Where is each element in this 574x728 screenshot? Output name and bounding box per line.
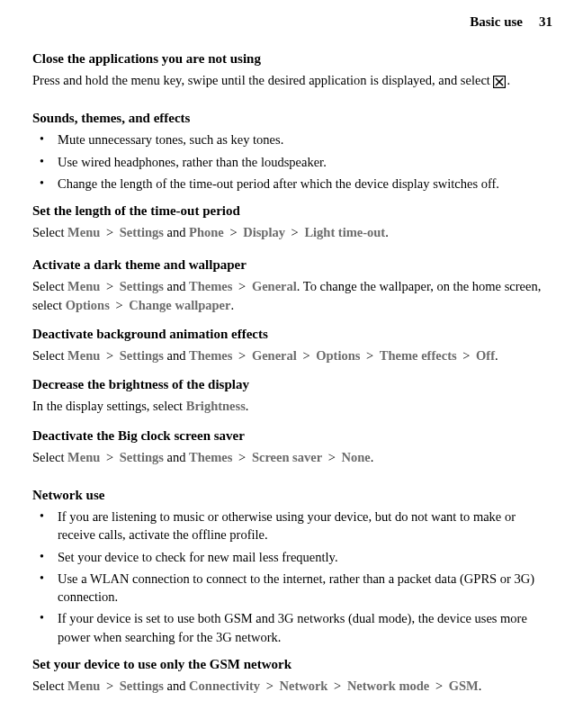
gsm-section: Set your device to use only the GSM netw…	[32, 655, 551, 695]
and-text: and	[164, 348, 189, 363]
chevron-icon: >	[330, 679, 344, 693]
network-mode-label: Network mode	[347, 679, 429, 693]
change-wallpaper-label: Change wallpaper	[129, 298, 230, 312]
animation-title: Deactivate background animation effects	[32, 325, 551, 344]
page-number: 31	[539, 13, 552, 31]
close-apps-text-before: Press and hold the menu key, swipe until…	[32, 73, 493, 87]
chevron-icon: >	[103, 679, 116, 693]
off-label: Off	[476, 348, 495, 363]
list-item: If your device is set to use both GSM an…	[32, 609, 551, 646]
select-label: Select	[32, 225, 67, 239]
select-label: Select	[32, 279, 67, 293]
list-item: Use a WLAN connection to connect to the …	[32, 570, 551, 607]
timeout-section: Set the length of the time-out period Se…	[32, 202, 551, 241]
brightness-text-before: In the display settings, select	[32, 399, 186, 413]
period: .	[479, 679, 482, 693]
brightness-label: Brightness	[186, 399, 246, 413]
and-text: and	[164, 225, 189, 239]
general-label: General	[252, 348, 297, 363]
settings-label: Settings	[120, 348, 164, 363]
chevron-icon: >	[300, 348, 313, 363]
settings-label: Settings	[120, 225, 164, 239]
sounds-section: Sounds, themes, and effects Mute unneces…	[32, 109, 551, 193]
close-apps-section: Close the applications you are not using…	[32, 49, 551, 89]
gsm-label: GSM	[449, 679, 479, 693]
chevron-icon: >	[263, 679, 276, 693]
and-text: and	[164, 450, 189, 464]
chevron-icon: >	[432, 679, 445, 693]
list-item: If you are listening to music or otherwi…	[32, 508, 551, 544]
menu-label: Menu	[67, 279, 100, 293]
select-label: Select	[32, 450, 67, 464]
menu-label: Menu	[67, 450, 100, 464]
period: .	[385, 225, 389, 239]
gsm-text: Select Menu > Settings and Connectivity …	[32, 677, 551, 695]
menu-label: Menu	[67, 348, 100, 363]
sounds-bullets: Mute unnecessary tones, such as key tone…	[32, 130, 551, 193]
chevron-icon: >	[288, 225, 301, 239]
close-apps-title: Close the applications you are not using	[32, 49, 551, 68]
gsm-title: Set your device to use only the GSM netw…	[32, 655, 551, 674]
close-apps-text-after: .	[507, 73, 510, 87]
settings-label: Settings	[120, 279, 164, 293]
list-item: Set your device to check for new mail le…	[32, 548, 551, 566]
list-item: Use wired headphones, rather than the lo…	[32, 153, 551, 171]
darktheme-title: Activate a dark theme and wallpaper	[32, 256, 551, 274]
chevron-icon: >	[103, 279, 116, 293]
chevron-icon: >	[112, 298, 126, 312]
brightness-title: Decrease the brightness of the display	[32, 375, 551, 394]
screensaver-label: Screen saver	[252, 450, 322, 464]
general-label: General	[252, 279, 297, 293]
network-title: Network use	[32, 486, 551, 505]
chevron-icon: >	[103, 225, 116, 239]
chevron-icon: >	[235, 450, 248, 464]
close-apps-text: Press and hold the menu key, swipe until…	[32, 71, 551, 89]
chevron-icon: >	[103, 348, 116, 363]
settings-label: Settings	[120, 450, 164, 464]
theme-effects-label: Theme effects	[380, 348, 457, 363]
animation-text: Select Menu > Settings and Themes > Gene…	[32, 346, 551, 364]
options-label: Options	[316, 348, 360, 363]
bigclock-text: Select Menu > Settings and Themes > Scre…	[32, 448, 551, 466]
phone-label: Phone	[189, 225, 224, 239]
list-item: Change the length of the time-out period…	[32, 175, 551, 193]
list-item: Mute unnecessary tones, such as key tone…	[32, 130, 551, 148]
timeout-text: Select Menu > Settings and Phone > Displ…	[32, 223, 551, 241]
period: .	[371, 450, 374, 464]
header-title: Basic use	[470, 13, 523, 31]
page-content: Close the applications you are not using…	[0, 39, 574, 695]
and-text: and	[164, 679, 189, 693]
connectivity-label: Connectivity	[189, 679, 260, 693]
darktheme-text: Select Menu > Settings and Themes > Gene…	[32, 277, 551, 314]
network-bullets: If you are listening to music or otherwi…	[32, 508, 551, 646]
timeout-title: Set the length of the time-out period	[32, 202, 551, 220]
chevron-icon: >	[363, 348, 376, 363]
chevron-icon: >	[227, 225, 240, 239]
chevron-icon: >	[460, 348, 473, 363]
themes-label: Themes	[189, 279, 232, 293]
light-timeout-label: Light time-out	[304, 225, 385, 239]
select-label: Select	[32, 679, 67, 693]
chevron-icon: >	[325, 450, 338, 464]
network-section: Network use If you are listening to musi…	[32, 486, 551, 646]
page-header: Basic use 31	[0, 0, 574, 39]
chevron-icon: >	[103, 450, 116, 464]
options-label: Options	[66, 298, 110, 312]
display-label: Display	[243, 225, 285, 239]
menu-label: Menu	[67, 225, 100, 239]
themes-label: Themes	[189, 348, 232, 363]
chevron-icon: >	[235, 348, 248, 363]
chevron-icon: >	[235, 279, 248, 293]
themes-label: Themes	[189, 450, 232, 464]
and-text: and	[164, 279, 189, 293]
animation-section: Deactivate background animation effects …	[32, 325, 551, 364]
bigclock-title: Deactivate the Big clock screen saver	[32, 427, 551, 445]
brightness-section: Decrease the brightness of the display I…	[32, 375, 551, 415]
period: .	[495, 348, 498, 363]
sounds-title: Sounds, themes, and effects	[32, 109, 551, 128]
close-icon	[493, 75, 506, 87]
bigclock-section: Deactivate the Big clock screen saver Se…	[32, 427, 551, 466]
network-label: Network	[279, 679, 327, 693]
menu-label: Menu	[67, 679, 100, 693]
brightness-text: In the display settings, select Brightne…	[32, 397, 551, 415]
